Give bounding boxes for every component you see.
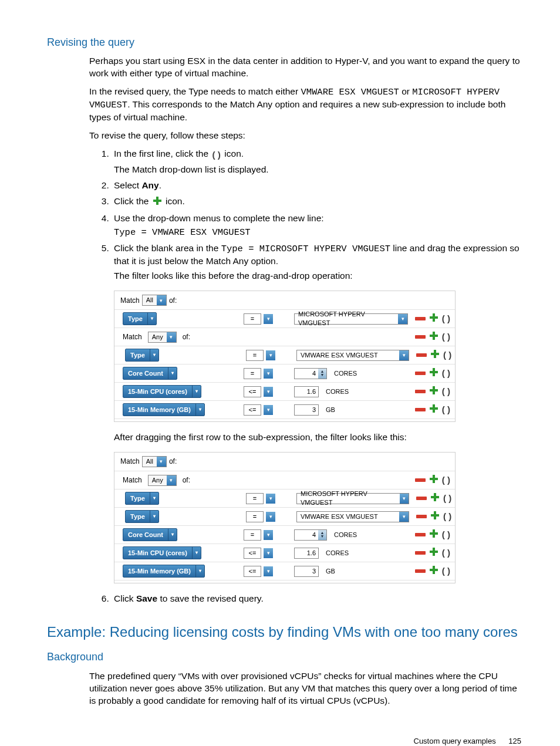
svg-rect-21 [430,532,438,535]
operator-box[interactable]: <= [244,548,261,559]
para-background: The predefined query “VMs with over prov… [89,670,525,707]
add-icon[interactable] [429,404,438,416]
operator-dropdown[interactable]: ▾ [264,387,273,397]
value-select[interactable]: MICROSOFT HYPERV VMGUEST▾ [296,493,409,504]
remove-icon[interactable] [415,317,426,320]
operator-dropdown[interactable]: ▾ [266,494,275,504]
remove-icon[interactable] [416,515,427,518]
field-pill-type[interactable]: Type▾ [123,312,157,325]
filter-row-type-hyperv[interactable]: Type▾ =▾ MICROSOFT HYPERV VMGUEST▾ ( ) [114,309,455,328]
operator-box[interactable]: = [246,511,264,522]
remove-icon[interactable] [415,551,426,555]
add-icon[interactable] [429,565,438,577]
field-pill-type[interactable]: Type▾ [125,510,159,523]
field-pill-type[interactable]: Type▾ [125,492,159,505]
group-icon[interactable]: ( ) [442,313,450,325]
add-icon[interactable] [429,331,438,343]
operator-box[interactable]: = [244,529,261,541]
operator-box[interactable]: = [244,368,261,379]
operator-box[interactable]: <= [244,404,261,416]
match-label: Match [123,332,142,342]
value-input[interactable]: 3 [294,404,319,416]
operator-dropdown[interactable]: ▾ [264,369,273,379]
filter-row-type-hyperv[interactable]: Type▾ =▾ MICROSOFT HYPERV VMGUEST▾ ( ) [114,489,455,507]
remove-icon[interactable] [415,478,426,482]
match-all-row: Match All▾ of: [114,291,455,309]
remove-icon[interactable] [416,353,427,357]
operator-dropdown[interactable]: ▾ [264,405,273,415]
remove-icon[interactable] [415,533,426,536]
operator-box[interactable]: <= [244,386,261,397]
add-icon[interactable] [429,386,438,397]
field-pill-mem[interactable]: 15-Min Memory (GB)▾ [123,403,205,416]
filter-row-cpu[interactable]: 15-Min CPU (cores)▾ <=▾ 1.6CORES ( ) [114,382,455,400]
operator-dropdown[interactable]: ▾ [264,530,273,540]
svg-rect-25 [430,569,438,571]
operator-box[interactable]: <= [244,566,261,577]
match-select[interactable]: All▾ [142,456,167,467]
filter-row-corecount[interactable]: Core Count▾ =▾ 4▲▼CORES ( ) [114,364,455,382]
match-select[interactable]: Any▾ [148,475,177,486]
add-icon[interactable] [429,547,438,559]
filter-row-mem[interactable]: 15-Min Memory (GB)▾ <=▾ 3GB ( ) [114,400,455,419]
add-icon[interactable] [430,492,440,504]
operator-box[interactable]: = [246,493,264,504]
add-icon[interactable] [429,474,438,486]
add-icon[interactable] [430,511,440,522]
filter-row-cpu[interactable]: 15-Min CPU (cores)▾ <=▾ 1.6CORES ( ) [114,544,455,562]
group-icon[interactable]: ( ) [443,511,451,522]
operator-dropdown[interactable]: ▾ [264,566,273,576]
remove-icon[interactable] [415,569,426,573]
remove-icon[interactable] [415,408,426,411]
group-icon[interactable]: ( ) [442,474,450,486]
group-icon[interactable]: ( ) [442,529,450,541]
group-icon[interactable]: ( ) [442,367,450,379]
operator-dropdown[interactable]: ▾ [264,548,273,558]
field-pill-cpu[interactable]: 15-Min CPU (cores)▾ [123,546,201,559]
operator-dropdown[interactable]: ▾ [266,512,275,522]
add-icon[interactable] [429,367,438,379]
spinner-icon[interactable]: ▲▼ [318,530,326,540]
group-icon[interactable]: ( ) [442,386,450,397]
remove-icon[interactable] [416,497,427,500]
group-icon[interactable]: ( ) [443,492,451,504]
filter-row-mem[interactable]: 15-Min Memory (GB)▾ <=▾ 3GB ( ) [114,562,455,580]
remove-icon[interactable] [415,335,426,339]
value-input[interactable]: 1.6 [294,548,319,559]
operator-box[interactable]: = [246,350,264,361]
field-pill-corecount[interactable]: Core Count▾ [123,367,177,380]
operator-box[interactable]: = [244,313,261,325]
group-icon[interactable]: ( ) [443,349,451,361]
field-pill-mem[interactable]: 15-Min Memory (GB)▾ [123,565,205,578]
match-all-row: Match All▾ of: [114,453,455,471]
remove-icon[interactable] [415,390,426,393]
field-pill-corecount[interactable]: Core Count▾ [123,528,177,541]
value-input[interactable]: 3 [294,566,319,577]
value-select[interactable]: MICROSOFT HYPERV VMGUEST▾ [294,313,408,325]
group-icon[interactable]: ( ) [442,331,450,343]
value-input[interactable]: 1.6 [294,386,319,397]
filter-row-corecount[interactable]: Core Count▾ =▾ 4▲▼CORES ( ) [114,525,455,544]
value-select[interactable]: VMWARE ESX VMGUEST▾ [296,350,409,361]
add-icon[interactable] [430,349,440,361]
match-select-value: Any [149,476,167,485]
field-pill-type[interactable]: Type▾ [125,349,159,362]
value-spinner[interactable]: 4▲▼ [294,529,327,541]
spinner-icon[interactable]: ▲▼ [318,369,326,379]
field-pill-cpu[interactable]: 15-Min CPU (cores)▾ [123,385,201,398]
remove-icon[interactable] [415,372,426,375]
add-icon[interactable] [429,529,438,541]
filter-row-type-esx[interactable]: Type▾ =▾ VMWARE ESX VMGUEST▾ ( ) [114,507,455,525]
text: Click the [114,196,151,206]
value-select[interactable]: VMWARE ESX VMGUEST▾ [296,511,409,522]
operator-dropdown[interactable]: ▾ [264,314,273,324]
add-icon[interactable] [429,313,438,325]
group-icon[interactable]: ( ) [442,565,450,577]
value-spinner[interactable]: 4▲▼ [294,368,327,379]
operator-dropdown[interactable]: ▾ [266,350,275,360]
filter-row-type-esx[interactable]: Type▾ =▾ VMWARE ESX VMGUEST▾ ( ) [114,346,455,364]
group-icon[interactable]: ( ) [442,547,450,559]
match-select[interactable]: Any▾ [148,332,177,343]
match-select[interactable]: All▾ [142,295,167,306]
group-icon[interactable]: ( ) [442,404,450,416]
